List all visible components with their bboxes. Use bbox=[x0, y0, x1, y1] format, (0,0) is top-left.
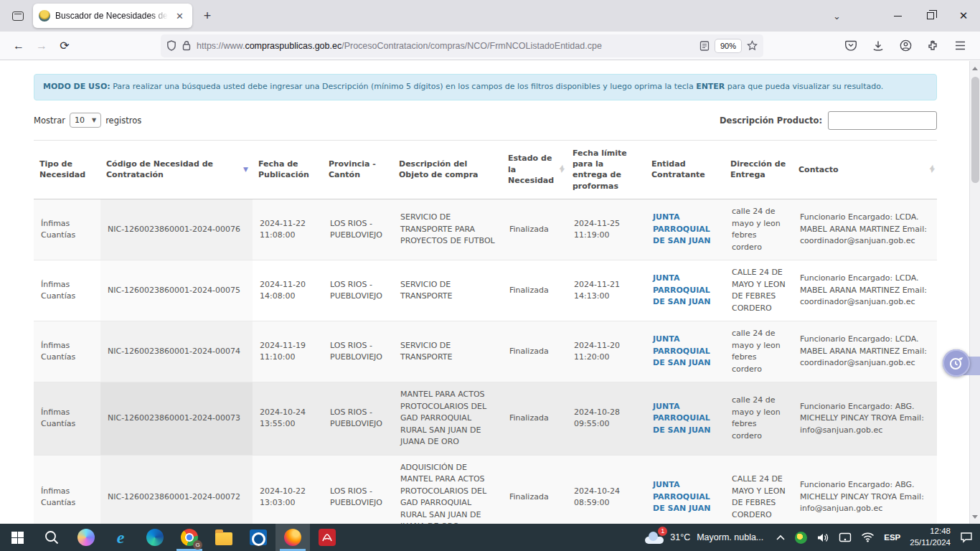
scrollbar-thumb[interactable] bbox=[971, 77, 979, 183]
internet-explorer-button[interactable]: e bbox=[103, 524, 138, 551]
firefox-button[interactable] bbox=[275, 524, 310, 551]
account-icon bbox=[900, 39, 912, 52]
entity-link[interactable]: JUNTA PARROQUIAL DE SAN JUAN bbox=[646, 260, 725, 321]
firefox-view-button[interactable] bbox=[6, 5, 30, 27]
language-indicator[interactable]: ESP bbox=[884, 533, 900, 542]
chevron-down-icon: ⌄ bbox=[833, 11, 841, 22]
column-header[interactable]: Tipo de Necesidad bbox=[34, 140, 100, 199]
column-header[interactable]: Fecha límite para la entrega de proforma… bbox=[567, 140, 646, 199]
column-header[interactable]: Descripción del Objeto de compra bbox=[393, 140, 502, 199]
sort-both-icon: ▲▼ bbox=[560, 166, 564, 173]
entity-link[interactable]: JUNTA PARROQUIAL DE SAN JUAN bbox=[646, 199, 725, 260]
table-row: Ínfimas CuantíasNIC-1260023860001-2024-0… bbox=[34, 260, 937, 321]
column-header[interactable]: Dirección de Entrega bbox=[725, 140, 793, 199]
entity-link[interactable]: JUNTA PARROQUIAL DE SAN JUAN bbox=[646, 321, 725, 382]
table-row: Ínfimas CuantíasNIC-1260023860001-2024-0… bbox=[34, 321, 937, 382]
column-header-label: Entidad Contratante bbox=[651, 159, 705, 179]
acrobat-button[interactable] bbox=[310, 524, 344, 551]
downloads-button[interactable] bbox=[868, 36, 888, 56]
usage-banner: MODO DE USO: Para realizar una búsqueda … bbox=[34, 74, 937, 100]
table-row: Ínfimas CuantíasNIC-1260023860001-2024-0… bbox=[34, 199, 937, 260]
firefox-icon bbox=[284, 529, 301, 546]
taskbar-search-button[interactable] bbox=[34, 524, 69, 551]
account-button[interactable] bbox=[895, 36, 915, 56]
time: 12:48 bbox=[910, 526, 951, 537]
show-entries-control: Mostrar 10 ▼ registros bbox=[34, 113, 141, 128]
chevron-down-icon: ▼ bbox=[92, 117, 96, 123]
list-all-tabs-button[interactable]: ⌄ bbox=[833, 11, 841, 22]
chrome-button[interactable]: G bbox=[172, 524, 207, 551]
back-button[interactable]: ← bbox=[7, 35, 30, 57]
notification-badge: 1 bbox=[658, 527, 667, 536]
download-icon bbox=[872, 40, 884, 52]
arrow-right-icon: → bbox=[36, 39, 47, 52]
tab-close-icon[interactable]: ✕ bbox=[173, 9, 187, 23]
reload-button[interactable]: ⟳ bbox=[53, 35, 76, 57]
scroll-up-button[interactable] bbox=[970, 62, 980, 74]
column-header-label: Tipo de Necesidad bbox=[39, 159, 85, 179]
forward-button[interactable]: → bbox=[30, 35, 53, 57]
banner-prefix: MODO DE USO: bbox=[43, 82, 110, 91]
column-header[interactable]: Código de Necesidad de Contratación▼ bbox=[100, 140, 253, 199]
navigation-toolbar: ← → ⟳ https://www.compraspublicas.gob.ec… bbox=[0, 32, 980, 60]
copilot-button[interactable] bbox=[69, 524, 103, 551]
column-header-label: Estado de la Necesidad bbox=[508, 154, 554, 185]
sort-desc-icon: ▼ bbox=[243, 165, 248, 174]
taskbar-spacer bbox=[344, 524, 642, 551]
file-explorer-button[interactable] bbox=[207, 524, 241, 551]
toolbar-right bbox=[841, 36, 980, 56]
new-tab-button[interactable]: + bbox=[197, 5, 218, 27]
column-header[interactable]: Estado de la Necesidad▲▼ bbox=[502, 140, 567, 199]
temperature: 31°C bbox=[670, 532, 690, 542]
timer-clock-icon bbox=[948, 355, 964, 371]
column-header-label: Código de Necesidad de Contratación bbox=[106, 159, 213, 179]
entity-link[interactable]: JUNTA PARROQUIAL DE SAN JUAN bbox=[646, 455, 725, 524]
bookmark-star-icon[interactable] bbox=[747, 40, 758, 51]
antivirus-icon[interactable] bbox=[795, 532, 807, 544]
page-length-select[interactable]: 10 ▼ bbox=[70, 113, 101, 128]
edge-button[interactable] bbox=[138, 524, 172, 551]
taskbar-clock[interactable]: 12:48 25/11/2024 bbox=[910, 526, 951, 548]
column-header[interactable]: Provincia - Cantón bbox=[323, 140, 393, 199]
reader-view-icon[interactable] bbox=[699, 41, 710, 51]
weather-widget[interactable]: 1 31°C Mayorm. nubla... bbox=[642, 532, 766, 544]
tray-chevron-up-icon[interactable] bbox=[776, 534, 786, 541]
tab-title: Buscador de Necesidades de Co bbox=[55, 11, 168, 21]
arrow-left-icon: ← bbox=[13, 39, 24, 52]
shield-icon[interactable] bbox=[166, 40, 176, 51]
extensions-button[interactable] bbox=[923, 36, 943, 56]
pocket-button[interactable] bbox=[841, 36, 861, 56]
windows-taskbar: e G 1 31°C Mayorm. nubla... ESP 12:48 25… bbox=[0, 524, 980, 551]
wifi-icon[interactable] bbox=[861, 532, 875, 542]
action-center-icon[interactable] bbox=[960, 532, 973, 543]
edge-icon bbox=[146, 529, 164, 546]
scroll-down-button[interactable] bbox=[970, 511, 980, 522]
vertical-scrollbar[interactable] bbox=[969, 61, 980, 524]
volume-icon[interactable] bbox=[816, 532, 829, 543]
close-icon: ✕ bbox=[959, 9, 969, 22]
column-header-label: Descripción del Objeto de compra bbox=[399, 159, 479, 179]
floating-extension-button[interactable] bbox=[943, 349, 970, 377]
minimize-button[interactable] bbox=[881, 0, 914, 32]
table-row: Ínfimas CuantíasNIC-1260023860001-2024-0… bbox=[34, 455, 937, 524]
sort-both-icon: ▲▼ bbox=[930, 166, 934, 173]
close-button[interactable]: ✕ bbox=[947, 0, 980, 32]
start-button[interactable] bbox=[0, 524, 34, 551]
filter-label: Descripción Producto: bbox=[720, 116, 822, 126]
lock-icon[interactable] bbox=[182, 40, 191, 51]
table-header-row: Tipo de NecesidadCódigo de Necesidad de … bbox=[34, 140, 937, 199]
column-header[interactable]: Fecha de Publicación bbox=[253, 140, 323, 199]
product-description-input[interactable] bbox=[828, 111, 937, 130]
browser-tab[interactable]: Buscador de Necesidades de Co ✕ bbox=[33, 4, 192, 28]
chrome-profile-badge: G bbox=[193, 540, 202, 550]
menu-button[interactable] bbox=[950, 36, 970, 56]
zoom-level-button[interactable]: 90% bbox=[715, 39, 741, 52]
column-header[interactable]: Contacto▲▼ bbox=[793, 140, 937, 199]
date: 25/11/2024 bbox=[910, 537, 951, 549]
column-header[interactable]: Entidad Contratante bbox=[646, 140, 725, 199]
outlook-button[interactable] bbox=[241, 524, 275, 551]
restore-button[interactable] bbox=[914, 0, 947, 32]
display-connect-icon[interactable] bbox=[839, 532, 852, 543]
url-bar[interactable]: https://www.compraspublicas.gob.ec/Proce… bbox=[161, 34, 763, 57]
entity-link[interactable]: JUNTA PARROQUIAL DE SAN JUAN bbox=[646, 382, 725, 456]
